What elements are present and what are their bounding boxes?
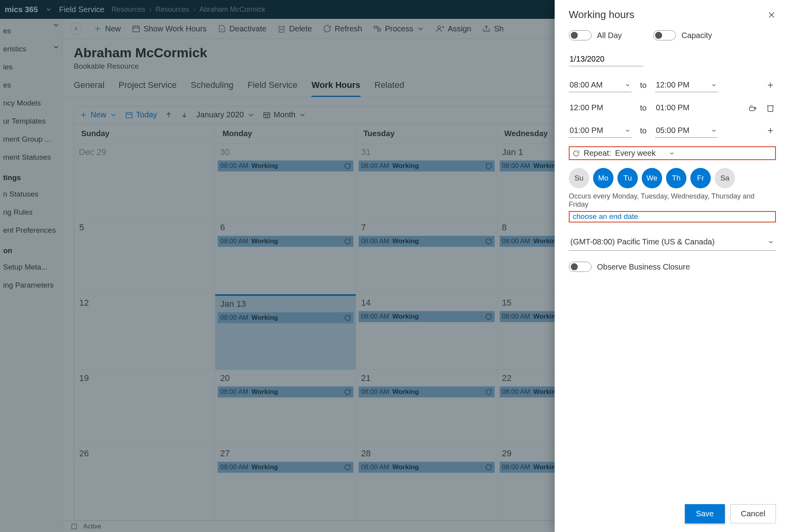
calendar-prev-button[interactable] [165,111,173,119]
day-toggle-su[interactable]: Su [569,168,589,188]
calendar-event[interactable]: 08:00 AMWorking [359,160,494,171]
calendar-new-button[interactable]: New [80,110,117,119]
start-time-input[interactable]: 08:00 AM [569,78,632,92]
crumb-sep: › [149,5,151,14]
calendar-event[interactable]: 08:00 AMWorking [359,311,494,322]
delete-button[interactable]: Delete [277,24,312,33]
calendar-cell[interactable]: Dec 29 [74,144,215,219]
tab-scheduling[interactable]: Scheduling [191,80,233,97]
cancel-button[interactable]: Cancel [730,504,776,523]
refresh-button[interactable]: Refresh [323,24,362,33]
calendar-cell[interactable]: 12 [74,294,215,370]
calendar-cell[interactable]: 708:00 AMWorking [356,219,497,294]
add-row-icon[interactable] [765,126,776,135]
calendar-cell[interactable]: 2008:00 AMWorking [215,370,356,445]
chevron-down-icon[interactable] [52,43,60,51]
sidebar-item[interactable]: ment Statuses [0,148,62,166]
sidebar-item[interactable]: ncy Models [0,94,62,112]
end-time-input[interactable]: 12:00 PM [655,78,718,92]
calendar-day-header: Monday [215,124,356,144]
day-toggle-tu[interactable]: Tu [617,168,638,188]
tab-work-hours[interactable]: Work Hours [311,80,360,97]
sidebar-item[interactable]: ur Templates [0,112,62,130]
calendar-cell[interactable]: 3008:00 AMWorking [215,144,356,219]
sidebar-item[interactable]: n Statuses [0,185,62,203]
calendar-date-label: 30 [215,147,356,160]
start-time-input[interactable]: 01:00 PM [569,124,632,138]
day-toggle-th[interactable]: Th [666,168,686,188]
process-button[interactable]: Process [373,24,425,33]
svg-point-13 [438,26,441,29]
calendar-cell[interactable]: Jan 1308:00 AMWorking [215,294,356,370]
tab-project-service[interactable]: Project Service [118,80,177,97]
add-row-icon[interactable] [765,81,776,89]
calendar-cell[interactable]: 608:00 AMWorking [215,219,356,294]
chevron-down-icon[interactable] [45,6,52,13]
sidebar-item[interactable]: ent Preferences [0,221,62,239]
end-time-input[interactable]: 01:00 PM [655,101,718,115]
observe-closure-toggle[interactable] [569,262,592,272]
tab-general[interactable]: General [74,80,104,97]
start-time-input[interactable]: 12:00 PM [569,101,632,115]
capacity-toggle[interactable] [653,30,676,40]
calendar-cell[interactable]: 2708:00 AMWorking [215,445,356,520]
crumb-2[interactable]: Abraham McCormick [199,5,265,14]
chevron-down-icon[interactable] [52,21,60,29]
calendar-view-select[interactable]: Month [263,110,307,119]
calendar-event[interactable]: 08:00 AMWorking [218,462,353,473]
all-day-toggle[interactable] [569,30,592,40]
crumb-0[interactable]: Resources [111,5,145,14]
calendar-cell[interactable]: 3108:00 AMWorking [356,144,497,219]
day-toggle-fr[interactable]: Fr [690,168,711,188]
day-toggle-sa[interactable]: Sa [715,168,735,188]
date-input[interactable] [570,55,669,64]
tab-field-service[interactable]: Field Service [248,80,297,97]
calendar-cell[interactable]: 2808:00 AMWorking [356,445,497,520]
calendar-event[interactable]: 08:00 AMWorking [359,386,494,397]
repeat-selector[interactable]: Repeat: Every week [569,146,776,160]
calendar-event[interactable]: 08:00 AMWorking [218,236,353,247]
new-button[interactable]: New [93,24,121,33]
sidebar-item[interactable]: ment Group ... [0,130,62,148]
sidebar-item[interactable]: es [0,76,62,94]
choose-end-date-link[interactable]: choose an end date [573,212,638,220]
show-work-hours-button[interactable]: Show Work Hours [132,24,207,33]
delete-row-icon[interactable] [765,104,776,112]
break-icon[interactable] [747,104,758,112]
calendar-cell[interactable]: 19 [74,370,215,445]
end-time-input[interactable]: 05:00 PM [655,124,718,138]
share-button[interactable]: Sh [482,24,503,33]
calendar-event[interactable]: 08:00 AMWorking [218,386,353,397]
show-menu-button[interactable] [70,22,82,35]
status-label: Active [83,523,101,530]
tab-related[interactable]: Related [375,80,404,97]
close-icon[interactable] [767,11,776,19]
sidebar-item[interactable]: ing Parameters [0,276,62,294]
sidebar-item[interactable]: ies [0,58,62,76]
timezone-select[interactable]: (GMT-08:00) Pacific Time (US & Canada) [569,233,776,251]
assign-button[interactable]: Assign [436,24,471,33]
deactivate-button[interactable]: Deactivate [218,24,267,33]
calendar-today-button[interactable]: Today [125,110,157,119]
calendar-date-label: 12 [75,298,215,311]
sidebar-item[interactable]: Setup Meta... [0,258,62,276]
calendar-event[interactable]: 08:00 AMWorking [218,312,353,323]
date-field[interactable] [569,52,643,66]
save-button[interactable]: Save [685,504,725,523]
calendar-cell[interactable]: 5 [74,219,215,294]
repeat-value: Every week [615,149,655,158]
day-toggle-mo[interactable]: Mo [593,168,613,188]
calendar-cell[interactable]: 26 [74,445,215,520]
day-toggle-we[interactable]: We [642,168,662,188]
calendar-event[interactable]: 08:00 AMWorking [359,462,494,473]
calendar-cell[interactable]: 2108:00 AMWorking [356,370,497,445]
calendar-event[interactable]: 08:00 AMWorking [218,160,353,171]
calendar-cell[interactable]: 1408:00 AMWorking [356,294,497,370]
sidebar-item[interactable]: ng Rules [0,203,62,221]
calendar-next-button[interactable] [180,111,188,119]
calendar-event[interactable]: 08:00 AMWorking [359,236,494,247]
assign-label: Assign [448,24,471,33]
crumb-1[interactable]: Resources [155,5,189,14]
module-name[interactable]: Field Service [59,5,105,14]
calendar-month-select[interactable]: January 2020 [196,110,255,119]
